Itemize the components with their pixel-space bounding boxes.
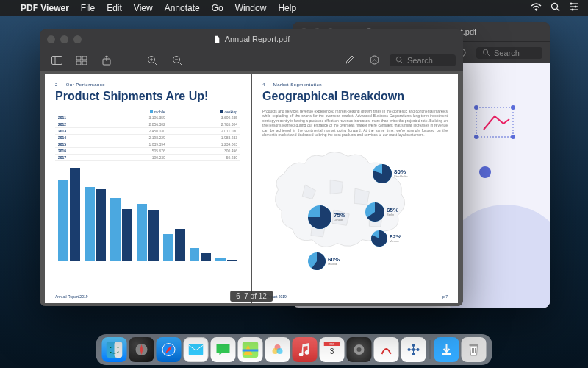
shipments-bar-chart — [55, 166, 240, 261]
pdf-page-left: 2 — Our Performance Product Shipments Ar… — [45, 74, 251, 303]
svg-point-22 — [474, 135, 478, 139]
dock-maps-icon[interactable] — [238, 337, 263, 362]
menu-extras-icon[interactable] — [569, 2, 579, 14]
search-placeholder: Search — [494, 49, 520, 57]
sidebar-toggle-icon[interactable] — [47, 52, 66, 68]
edit-icon[interactable] — [340, 52, 359, 68]
traffic-light-zoom[interactable] — [74, 35, 82, 43]
svg-rect-53 — [189, 344, 204, 355]
dock-music-icon[interactable] — [293, 337, 318, 362]
annotate-icon[interactable] — [365, 52, 384, 68]
svg-rect-26 — [76, 56, 81, 60]
titlebar[interactable]: Annual Report.pdf — [40, 29, 463, 49]
svg-rect-19 — [476, 107, 513, 137]
bar-group — [190, 166, 212, 261]
svg-rect-24 — [51, 56, 62, 64]
europe-map-chart: 80%Stockholm75%London65%Berlin82%Vienna6… — [262, 144, 448, 276]
svg-line-36 — [179, 62, 182, 65]
svg-rect-29 — [82, 61, 87, 65]
svg-point-0 — [536, 10, 537, 11]
traffic-light-close[interactable] — [47, 35, 55, 43]
search-placeholder: Search — [407, 56, 433, 65]
svg-point-1 — [552, 4, 558, 10]
svg-text:OCT: OCT — [329, 343, 334, 346]
toolbar: Search — [40, 49, 463, 71]
svg-line-40 — [401, 61, 403, 63]
dock-calendar-icon[interactable]: OCT3 — [320, 337, 345, 362]
table-row: 20151.039.3941.234.003 — [55, 141, 240, 147]
europe-outline — [262, 144, 448, 276]
pie-madrid: 60%Madrid — [308, 252, 340, 270]
table-row: 20142.198.2291.988.233 — [55, 134, 240, 141]
dock-messages-icon[interactable] — [211, 337, 236, 362]
search-field[interactable]: Search — [476, 47, 542, 59]
table-row: 20113.106.3593.600.235 — [55, 115, 240, 121]
menu-window[interactable]: Window — [235, 3, 267, 13]
section-label: 4 — Market Segmentation — [262, 82, 448, 87]
traffic-light-minimize[interactable] — [60, 35, 68, 43]
dock-safari-icon[interactable] — [157, 337, 182, 362]
zoom-out-icon[interactable] — [168, 52, 187, 68]
bar-group — [58, 166, 80, 261]
thumbnails-icon[interactable] — [72, 52, 91, 68]
share-icon[interactable] — [97, 52, 116, 68]
table-row: 20122.856.3022.765.304 — [55, 121, 240, 127]
pie-berlin: 65%Berlin — [365, 202, 398, 222]
svg-point-48 — [110, 347, 112, 348]
menu-edit[interactable]: Edit — [107, 3, 122, 13]
system-menubar: PDF Viewer File Edit View Annotate Go Wi… — [0, 0, 588, 16]
table-row: 20132.450.0302.011.030 — [55, 127, 240, 134]
svg-point-21 — [511, 105, 515, 110]
bar-group — [137, 166, 159, 261]
svg-point-20 — [474, 105, 478, 110]
pdf-page-right: 4 — Market Segmentation Geographical Bre… — [252, 74, 458, 303]
dock-app-icon[interactable] — [374, 337, 399, 362]
pie-stockholm: 80%Stockholm — [373, 164, 408, 183]
window-title: Annual Report.pdf — [225, 35, 290, 43]
dock: OCT3 — [96, 334, 492, 365]
menu-annotate[interactable]: Annotate — [165, 3, 200, 13]
svg-point-17 — [483, 49, 487, 54]
svg-point-8 — [572, 9, 574, 11]
page-heading: Geographical Breakdown — [262, 90, 448, 103]
search-icon[interactable] — [551, 2, 560, 14]
search-field[interactable]: Search — [390, 54, 456, 66]
svg-line-32 — [154, 62, 157, 65]
svg-point-57 — [277, 348, 283, 354]
page-footer-right: p.7 — [442, 294, 448, 299]
dock-pdfviewer-icon[interactable] — [401, 337, 426, 362]
svg-line-2 — [557, 9, 560, 12]
dock-finder-icon[interactable] — [102, 337, 127, 362]
svg-rect-27 — [82, 56, 87, 60]
menu-help[interactable]: Help — [278, 3, 296, 13]
svg-point-7 — [575, 6, 577, 8]
search-icon — [482, 49, 490, 57]
dock-downloads-icon[interactable] — [434, 337, 459, 362]
menu-file[interactable]: File — [81, 3, 95, 13]
page-indicator: 6–7 of 12 — [230, 291, 273, 302]
page-footer: Annual Report 2019 — [55, 294, 87, 299]
svg-point-39 — [396, 57, 401, 61]
bar-group — [215, 166, 237, 261]
zoom-in-icon[interactable] — [143, 52, 162, 68]
search-icon — [395, 56, 404, 64]
window-annual-report[interactable]: Annual Report.pdf Search 2 — Our Perform… — [40, 29, 463, 306]
body-text: Products and services revenue experience… — [262, 109, 448, 138]
wifi-icon[interactable] — [531, 2, 542, 14]
svg-point-23 — [511, 135, 515, 139]
dock-mail-icon[interactable] — [184, 337, 209, 362]
document-viewport[interactable]: 2 — Our Performance Product Shipments Ar… — [40, 71, 463, 306]
app-name[interactable]: PDF Viewer — [21, 3, 69, 13]
dock-launchpad-icon[interactable] — [129, 337, 154, 362]
svg-line-18 — [487, 54, 490, 56]
shipments-table: mobile desktop 20113.106.3593.600.235201… — [55, 109, 240, 161]
menu-view[interactable]: View — [134, 3, 153, 13]
pie-vienna: 82%Vienna — [371, 230, 401, 247]
svg-text:3: 3 — [330, 347, 334, 355]
menu-go[interactable]: Go — [212, 3, 223, 13]
dock-photos-icon[interactable] — [265, 337, 290, 362]
dock-settings-icon[interactable] — [347, 337, 372, 362]
svg-rect-28 — [76, 61, 81, 65]
dock-trash-icon[interactable] — [462, 337, 487, 362]
svg-point-6 — [570, 3, 573, 5]
